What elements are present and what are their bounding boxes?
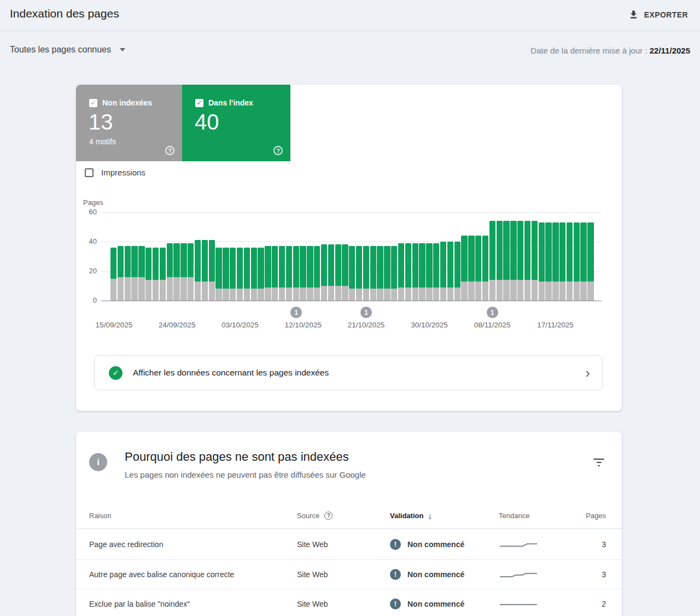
x-tick-label: 30/10/2025: [403, 321, 456, 329]
checkbox-not-indexed[interactable]: ✓: [89, 99, 97, 107]
bar-segment-not-indexed: [349, 289, 355, 301]
help-icon[interactable]: ?: [273, 146, 283, 155]
page-scope-dropdown[interactable]: Toutes les pages connues: [10, 45, 125, 55]
col-header-source[interactable]: Source ?: [297, 512, 390, 520]
bar-segment-indexed: [173, 243, 179, 277]
bar-segment-indexed: [391, 246, 397, 289]
col-header-validation[interactable]: Validation ↓: [390, 511, 499, 520]
x-tick-label: 12/10/2025: [277, 321, 329, 329]
chart-bar: [279, 246, 285, 301]
impressions-checkbox[interactable]: [85, 168, 94, 177]
metric-label: Dans l'index: [208, 98, 253, 107]
chart-annotation-marker[interactable]: 1: [360, 307, 372, 318]
bar-segment-not-indexed: [230, 289, 236, 301]
chevron-down-icon: [120, 48, 125, 51]
validation-status-icon: !: [390, 539, 401, 550]
cell-validation: !Non commencé: [390, 569, 499, 580]
bar-segment-not-indexed: [539, 281, 545, 301]
bar-segment-indexed: [153, 248, 159, 280]
cell-trend: [499, 599, 575, 609]
impressions-toggle[interactable]: Impressions: [85, 168, 145, 177]
validation-status-text: Non commencé: [407, 570, 464, 579]
help-icon[interactable]: ?: [324, 512, 332, 520]
col-header-reason[interactable]: Raison: [89, 512, 297, 520]
bar-segment-not-indexed: [307, 288, 313, 301]
chevron-right-icon: ›: [585, 367, 590, 378]
table-row[interactable]: Autre page avec balise canonique correct…: [76, 560, 622, 589]
table-row[interactable]: Page avec redirectionSite Web!Non commen…: [76, 529, 622, 560]
bar-segment-not-indexed: [447, 288, 453, 301]
bar-segment-not-indexed: [587, 281, 593, 301]
check-circle-icon: ✓: [109, 366, 122, 380]
chart-bar: [188, 243, 194, 301]
bar-segment-indexed: [321, 244, 327, 286]
bar-segment-indexed: [125, 246, 131, 277]
bar-segment-not-indexed: [279, 288, 285, 301]
bar-segment-not-indexed: [300, 288, 306, 301]
bar-segment-indexed: [419, 243, 425, 288]
chart-bar: [440, 242, 446, 301]
chart-bar: [497, 221, 503, 301]
x-axis-line: [101, 301, 602, 301]
bar-segment-not-indexed: [398, 288, 404, 301]
bar-segment-indexed: [244, 248, 250, 289]
chart-bar: [426, 243, 432, 301]
bar-segment-not-indexed: [153, 280, 159, 301]
bar-segment-indexed: [412, 243, 418, 288]
cell-pages: 2: [575, 600, 606, 608]
chart-bar: [202, 240, 208, 301]
checkbox-indexed[interactable]: ✓: [195, 99, 203, 107]
bar-segment-not-indexed: [468, 281, 474, 301]
bar-segment-not-indexed: [215, 289, 221, 301]
chart-bar: [370, 246, 376, 301]
help-icon[interactable]: ?: [165, 146, 174, 155]
bar-segment-not-indexed: [524, 280, 530, 301]
chart-bar: [138, 246, 144, 301]
bar-segment-not-indexed: [321, 286, 327, 301]
export-button[interactable]: EXPORTER: [624, 6, 692, 23]
bar-segment-not-indexed: [497, 280, 503, 301]
chart-bar: [293, 246, 299, 301]
col-header-trend[interactable]: Tendance: [499, 512, 575, 520]
chart-bar: [258, 248, 264, 301]
col-header-pages[interactable]: Pages: [575, 512, 606, 520]
chart-bar: [574, 222, 580, 301]
bar-segment-not-indexed: [180, 277, 186, 301]
validation-status-icon: !: [390, 569, 401, 580]
metric-chip-indexed[interactable]: ✓ Dans l'index 40 ?: [182, 85, 290, 161]
metric-label: Non indexées: [102, 98, 152, 107]
bar-segment-not-indexed: [356, 289, 362, 301]
bar-segment-not-indexed: [517, 280, 523, 301]
chart-annotation-marker[interactable]: 1: [487, 307, 498, 318]
last-update-date: 22/11/2025: [650, 46, 690, 55]
bar-segment-indexed: [384, 246, 390, 289]
chart-plot-area: 11115/09/202524/09/202503/10/202512/10/2…: [101, 213, 602, 301]
chart-annotation-marker[interactable]: 1: [290, 307, 302, 318]
chart-bar: [447, 242, 453, 301]
bar-segment-indexed: [377, 246, 383, 289]
chart-bar: [503, 221, 509, 301]
chart-bar: [419, 243, 425, 301]
bar-segment-not-indexed: [384, 289, 390, 301]
indexed-data-banner[interactable]: ✓ Afficher les données concernant les pa…: [94, 355, 603, 390]
banner-text: Afficher les données concernant les page…: [133, 368, 585, 378]
bar-segment-not-indexed: [489, 280, 495, 301]
validation-status-icon: !: [390, 599, 401, 609]
bar-segment-indexed: [258, 248, 264, 289]
chart-bar: [180, 243, 186, 301]
bar-segment-indexed: [195, 240, 201, 281]
metric-chip-not-indexed[interactable]: ✓ Non indexées 13 4 motifs ?: [76, 85, 182, 161]
filter-button[interactable]: [591, 456, 606, 470]
cell-source: Site Web: [297, 600, 390, 608]
bar-segment-not-indexed: [138, 277, 144, 301]
bar-segment-not-indexed: [433, 288, 439, 301]
chart-bar: [489, 221, 495, 301]
bar-segment-indexed: [503, 221, 509, 280]
table-row[interactable]: Exclue par la balise "noindex"Site Web!N…: [76, 589, 622, 616]
bar-segment-not-indexed: [412, 288, 418, 301]
cell-source: Site Web: [297, 570, 390, 579]
chart-bar: [131, 246, 137, 301]
bar-segment-not-indexed: [293, 288, 299, 301]
bar-segment-indexed: [587, 222, 593, 281]
y-axis-label: Pages: [83, 198, 103, 207]
